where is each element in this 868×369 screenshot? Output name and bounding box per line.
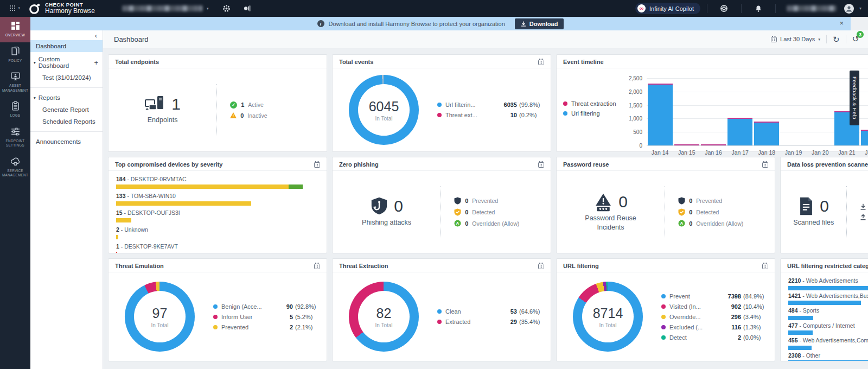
rail-item-policy[interactable]: POLICY: [0, 42, 30, 68]
caret-down-icon: ▾: [818, 37, 820, 42]
hbar-row: 133 - TOM-SBA-WIN10: [116, 193, 319, 206]
threat-emulation-donut-chart: 97In Total: [125, 282, 195, 352]
hbar-row: 1421 - Web Advertisements,Business / Eco…: [788, 292, 868, 306]
banner-close-icon[interactable]: ×: [839, 19, 844, 27]
calendar-icon[interactable]: [762, 162, 768, 168]
card-total-events: Total events 6045In Total Url filterin..…: [332, 54, 551, 152]
legend-row: Excluded (...116(1.3%): [661, 324, 767, 330]
card-url-filtering: URL filtering 8714In Total Prevent7398(8…: [556, 258, 775, 361]
legend-dot-icon: [437, 113, 442, 117]
circle-a-icon: A: [454, 220, 461, 227]
stat-detected: 0Detected: [678, 208, 775, 216]
rail-item-logs[interactable]: LOGS: [0, 97, 30, 123]
card-dlp-scanned-files: Data loss prevention scanned files 0 Sca…: [780, 157, 868, 253]
refresh-icon[interactable]: ↻: [833, 35, 840, 43]
calendar-icon[interactable]: [314, 162, 320, 168]
user-menu-caret-icon[interactable]: ▾: [859, 6, 861, 11]
stat-prevented: 0Prevented: [678, 197, 775, 205]
infinity-ai-copilot-button[interactable]: ∞ Infinity AI Copilot: [635, 3, 700, 14]
caret-down-icon: ▾: [34, 96, 36, 100]
shield-yellow-icon: [678, 208, 685, 216]
calendar-icon[interactable]: [538, 264, 544, 269]
hbar-row: 477 - Computers / Internet: [788, 322, 868, 335]
stat-detected: 0Detected: [454, 208, 551, 216]
calendar-icon[interactable]: [314, 264, 320, 269]
legend-dot-icon: [437, 309, 442, 314]
notifications-bell-icon[interactable]: [754, 4, 763, 13]
legend-row: Extracted29(35.4%): [437, 319, 543, 325]
rail-item-overview[interactable]: OVERVIEW: [0, 17, 30, 42]
calendar-icon: [771, 37, 777, 42]
page-title: Dashboard: [114, 35, 149, 43]
sidebar-collapse-icon[interactable]: ‹: [30, 32, 103, 40]
calendar-icon[interactable]: [538, 162, 544, 168]
hbar-row: 2 - Unknown: [116, 226, 319, 239]
hbar-row: 15 - DESKTOP-OUFJS3I: [116, 209, 319, 222]
sidebar-item-dashboard[interactable]: Dashboard: [30, 40, 103, 52]
hbar-row: 2308 - Other: [788, 352, 868, 361]
main-content: Dashboard Last 30 Days ▾ ↻ ↺ 3: [103, 30, 868, 369]
calendar-icon[interactable]: [762, 264, 768, 269]
legend-row: Benign (Acce...90(92.8%): [213, 303, 319, 310]
account-caret-icon[interactable]: ▾: [207, 7, 209, 11]
svg-text:A: A: [456, 221, 459, 226]
check-circle-icon: [230, 101, 237, 109]
rail-item-service-management[interactable]: SERVICE MANAGEMENT: [0, 152, 30, 182]
page-header: Dashboard Last 30 Days ▾ ↻ ↺ 3: [103, 30, 868, 48]
feedback-help-tab[interactable]: Feedback & Help: [850, 71, 859, 125]
timeline-x-axis: Jan 14Jan 15Jan 16Jan 17Jan 18Jan 19Jan …: [647, 149, 868, 156]
sidebar-item-generate-report[interactable]: Generate Report: [30, 104, 103, 116]
legend-row: Clean53(64.6%): [437, 308, 543, 315]
avatar[interactable]: [844, 4, 854, 14]
sidebar-item-test-dashboard[interactable]: Test (31/01/2024): [30, 72, 103, 84]
timeline-bar: [673, 144, 700, 145]
time-range-selector[interactable]: Last 30 Days ▾: [771, 36, 820, 42]
password-reuse-icon: [593, 192, 613, 212]
sidebar-item-announcements[interactable]: Announcements: [30, 136, 103, 148]
card-password-reuse: Password reuse 0 Password Reuse Incident…: [556, 157, 775, 253]
rail-item-endpoint-settings[interactable]: ENDPOINT SETTINGS: [0, 123, 30, 152]
card-url-restricted-categories: URL filtering restricted categories 2210…: [780, 258, 868, 361]
endpoints-icon: [144, 96, 166, 113]
stat-prevented: 0Prevented: [454, 197, 551, 205]
total-events-legend: Url filterin...6035(99.8%)Threat ext...1…: [437, 101, 543, 118]
legend-row: Prevented2(2.1%): [213, 324, 319, 330]
card-zero-phishing: Zero phishing 0 Phishing attacks: [332, 157, 551, 253]
service-management-icon: [10, 156, 21, 167]
rail-item-asset-management[interactable]: ASSET MANAGEMENT: [0, 67, 30, 97]
sync-badge: 3: [857, 31, 864, 38]
timeline-bar: [700, 144, 726, 145]
legend-dot-icon: [213, 304, 218, 309]
redacted-account-name[interactable]: [122, 5, 202, 11]
topbar: ▾ CHECK POINT Harmony Browse ▾ ∞ Infinit…: [0, 0, 868, 17]
add-dashboard-button[interactable]: +: [94, 59, 98, 67]
phishing-shield-icon: [370, 196, 388, 216]
legend-dot-icon: [661, 304, 666, 309]
stat-uploaded: 0Uploaded: [860, 214, 868, 220]
sidebar-item-scheduled-reports[interactable]: Scheduled Reports: [30, 116, 103, 128]
calendar-icon[interactable]: [538, 60, 544, 65]
nav-rail: OVERVIEW POLICY ASSET MANAGEMENT LOGS EN…: [0, 17, 30, 369]
sidebar-group-custom-dashboard[interactable]: ▾ Custom Dashboard +: [30, 53, 103, 72]
legend-dot-icon: [437, 320, 442, 324]
app-launcher-icon[interactable]: ▾: [10, 5, 16, 11]
circle-a-icon: A: [678, 220, 685, 227]
sync-status-icon[interactable]: ↺ 3: [852, 34, 859, 44]
gear-icon[interactable]: [222, 4, 231, 13]
threat-extraction-donut-chart: 82In Total: [349, 282, 419, 352]
help-icon[interactable]: [720, 4, 729, 13]
asset-management-icon: [10, 71, 21, 81]
legend-row: Threat ext...10(0.2%): [437, 112, 543, 118]
legend-dot-icon: [661, 325, 666, 329]
download-banner: i Download and install Harmony Browse to…: [30, 17, 851, 30]
legend-dot-icon: [213, 315, 218, 319]
legend-row: Url filterin...6035(99.8%): [437, 101, 543, 108]
sidebar-group-reports[interactable]: ▾ Reports: [30, 92, 103, 104]
download-button[interactable]: Download: [515, 18, 564, 29]
threat-emulation-legend: Benign (Acce...90(92.8%)Inform User5(5.2…: [213, 303, 319, 330]
megaphone-icon[interactable]: [243, 4, 252, 13]
infinity-icon: ∞: [637, 4, 646, 12]
divider: [30, 131, 103, 132]
legend-dot-icon: [563, 111, 567, 116]
legend-dot-icon: [661, 335, 666, 340]
